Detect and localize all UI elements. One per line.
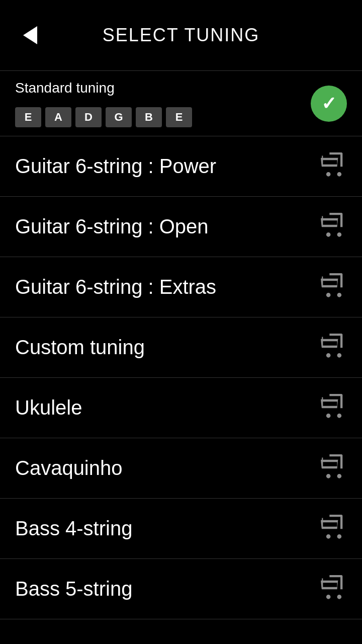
note-badge-d: D [75, 107, 102, 127]
app-header: SELECT TUNING [0, 0, 362, 70]
back-arrow-icon [23, 26, 37, 44]
back-button[interactable] [15, 20, 45, 50]
cart-icon-ukulele [321, 394, 347, 422]
item-label-custom-tuning: Custom tuning [15, 336, 145, 359]
check-mark-icon: ✓ [321, 95, 336, 113]
note-badge-e1: E [15, 107, 41, 127]
note-badge-b: B [136, 107, 162, 127]
list-item-ukulele[interactable]: Ukulele [0, 378, 362, 438]
list-item-guitar-power[interactable]: Guitar 6-string : Power [0, 136, 362, 197]
page-title: SELECT TUNING [103, 25, 260, 46]
cart-icon-guitar-open [321, 213, 347, 241]
standard-tuning-item[interactable]: Standard tuning E A D G B E ✓ [0, 71, 362, 136]
note-badge-g: G [106, 107, 132, 127]
cart-icon-custom-tuning [321, 334, 347, 362]
list-item-cavaquinho[interactable]: Cavaquinho [0, 438, 362, 499]
item-label-guitar-extras: Guitar 6-string : Extras [15, 276, 216, 298]
cart-icon-guitar-power [321, 152, 347, 181]
item-label-guitar-power: Guitar 6-string : Power [15, 155, 216, 178]
note-badge-a: A [45, 107, 71, 127]
selected-check-circle: ✓ [311, 86, 347, 122]
item-label-cavaquinho: Cavaquinho [15, 457, 123, 479]
list-item-guitar-open[interactable]: Guitar 6-string : Open [0, 197, 362, 257]
list-item-guitar-extras[interactable]: Guitar 6-string : Extras [0, 257, 362, 317]
cart-icon-bass-5 [321, 575, 347, 603]
item-label-guitar-open: Guitar 6-string : Open [15, 215, 209, 238]
item-label-ukulele: Ukulele [15, 396, 82, 419]
cart-icon-bass-4 [321, 515, 347, 543]
list-item-custom-tuning[interactable]: Custom tuning [0, 317, 362, 378]
standard-tuning-label: Standard tuning [15, 80, 192, 96]
note-badge-e2: E [166, 107, 192, 127]
cart-icon-guitar-extras [321, 273, 347, 301]
item-label-bass-4: Bass 4-string [15, 517, 132, 540]
list-item-bass-5[interactable]: Bass 5-string [0, 559, 362, 619]
item-label-bass-5: Bass 5-string [15, 578, 132, 600]
standard-tuning-content: Standard tuning E A D G B E [15, 80, 192, 127]
list-item-bass-4[interactable]: Bass 4-string [0, 499, 362, 559]
note-badges-row: E A D G B E [15, 107, 192, 127]
cart-icon-cavaquinho [321, 454, 347, 482]
